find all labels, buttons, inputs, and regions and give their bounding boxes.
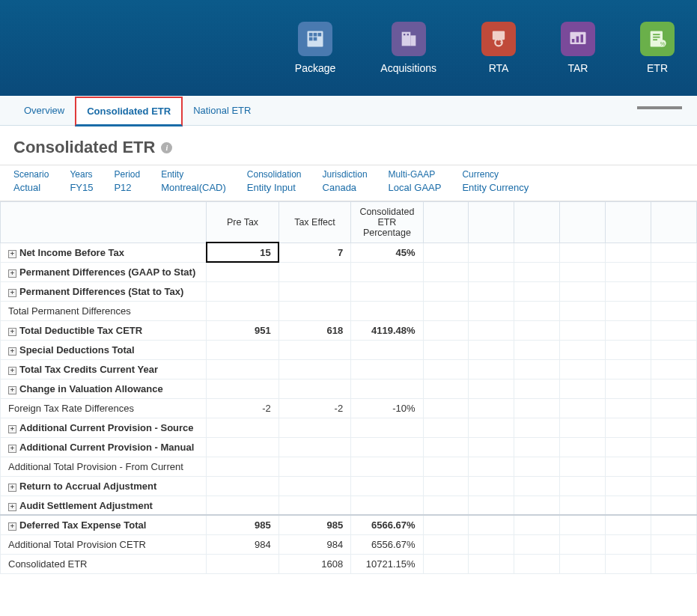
expand-icon[interactable]: +: [8, 425, 16, 433]
page-title-row: Consolidated ETR i: [0, 126, 697, 165]
dim-entity[interactable]: Entity Montreal(CAD): [161, 168, 226, 195]
nav-package-label: Package: [295, 62, 335, 74]
expand-icon[interactable]: +: [8, 445, 16, 453]
nav-etr[interactable]: % ETR: [640, 22, 675, 74]
row-special-deductions: +Special Deductions Total: [1, 340, 697, 359]
top-nav-bar: Package Acquisitions RTA TAR % ETR: [0, 0, 697, 96]
svg-rect-3: [318, 33, 322, 37]
svg-rect-2: [314, 33, 317, 37]
tab-consolidated-etr[interactable]: Consolidated ETR: [75, 97, 183, 126]
etr-data-table: Pre Tax Tax Effect Consolidated ETR Perc…: [0, 201, 697, 574]
expand-icon[interactable]: +: [8, 250, 16, 258]
nav-tar-label: TAR: [568, 62, 588, 74]
dim-currency[interactable]: Currency Entity Currency: [462, 168, 529, 195]
etr-icon: %: [640, 22, 675, 56]
row-net-income-before-tax: +Net Income Before Tax 15 7 45%: [1, 243, 697, 262]
svg-rect-1: [309, 33, 313, 37]
row-consolidated-etr: Consolidated ETR 1608 10721.15%: [1, 554, 697, 573]
expand-icon[interactable]: +: [8, 503, 16, 511]
row-total-deductible-cetr: +Total Deductible Tax CETR 951 618 4119.…: [1, 320, 697, 340]
svg-rect-13: [576, 37, 579, 43]
tabs-row: Overview Consolidated ETR National ETR: [0, 96, 697, 126]
row-audit-settlement: +Audit Settlement Adjustment: [1, 495, 697, 515]
nav-active-indicator: [637, 106, 682, 109]
svg-rect-8: [404, 34, 405, 35]
row-add-provision-manual: +Additional Current Provision - Manual: [1, 437, 697, 457]
nav-acquisitions-label: Acquisitions: [380, 62, 436, 74]
nav-acquisitions[interactable]: Acquisitions: [380, 22, 436, 74]
expand-icon[interactable]: +: [8, 269, 16, 278]
acquisitions-icon: [392, 22, 426, 56]
dim-multi-gaap[interactable]: Multi-GAAP Local GAAP: [389, 168, 442, 195]
rta-icon: [481, 22, 516, 56]
tab-overview[interactable]: Overview: [13, 96, 75, 126]
expand-icon[interactable]: +: [8, 328, 16, 336]
dim-consolidation[interactable]: Consolidation Entity Input: [247, 168, 302, 195]
expand-icon[interactable]: +: [8, 484, 16, 492]
col-rowlabel: [1, 201, 207, 243]
info-icon[interactable]: i: [161, 142, 172, 153]
expand-icon[interactable]: +: [8, 367, 16, 375]
row-add-total-provision-cetr: Additional Total Provision CETR 984 984 …: [1, 534, 697, 554]
dim-years[interactable]: Years FY15: [70, 168, 93, 195]
row-change-valuation: +Change in Valuation Allowance: [1, 379, 697, 398]
nav-tar[interactable]: TAR: [561, 22, 595, 74]
row-foreign-tax-rate: Foreign Tax Rate Differences -2 -2 -10%: [1, 398, 697, 418]
page-title: Consolidated ETR: [13, 138, 155, 157]
svg-rect-4: [309, 37, 313, 41]
dim-scenario[interactable]: Scenario Actual: [13, 168, 49, 195]
dim-jurisdiction[interactable]: Jurisdiction Canada: [323, 168, 368, 195]
svg-rect-6: [401, 32, 410, 46]
nav-rta[interactable]: RTA: [481, 22, 516, 74]
svg-rect-14: [581, 34, 584, 42]
cell-selected[interactable]: 15: [207, 243, 279, 262]
svg-rect-9: [407, 34, 408, 35]
nav-rta-label: RTA: [489, 62, 509, 74]
row-add-provision-source: +Additional Current Provision - Source: [1, 418, 697, 437]
expand-icon[interactable]: +: [8, 386, 16, 394]
dimensions-bar: Scenario Actual Years FY15 Period P12 En…: [0, 165, 697, 201]
dim-period[interactable]: Period P12: [114, 168, 140, 195]
svg-text:%: %: [660, 41, 665, 46]
expand-icon[interactable]: +: [8, 347, 16, 356]
row-total-perm-diff: Total Permanent Differences: [1, 301, 697, 320]
tar-icon: [561, 22, 595, 56]
row-total-tax-credits: +Total Tax Credits Current Year: [1, 359, 697, 379]
row-return-accrual: +Return to Accrual Adjustment: [1, 476, 697, 495]
col-cetr-pct[interactable]: Consolidated ETR Percentage: [351, 201, 423, 243]
nav-package[interactable]: Package: [295, 22, 335, 74]
table-header-row: Pre Tax Tax Effect Consolidated ETR Perc…: [1, 201, 697, 243]
col-pretax[interactable]: Pre Tax: [207, 201, 279, 243]
tab-national-etr[interactable]: National ETR: [183, 96, 261, 126]
col-taxeffect[interactable]: Tax Effect: [279, 201, 350, 243]
row-perm-diff-stat-tax: +Permanent Differences (Stat to Tax): [1, 281, 697, 301]
svg-rect-12: [572, 39, 575, 43]
svg-rect-5: [314, 37, 317, 41]
package-icon: [298, 22, 332, 56]
expand-icon[interactable]: +: [8, 289, 16, 297]
row-deferred-tax-expense: +Deferred Tax Expense Total 985 985 6566…: [1, 515, 697, 534]
svg-rect-7: [410, 35, 416, 46]
nav-etr-label: ETR: [647, 62, 668, 74]
row-add-total-prov-current: Additional Total Provision - From Curren…: [1, 457, 697, 476]
row-perm-diff-gaap-stat: +Permanent Differences (GAAP to Stat): [1, 262, 697, 281]
expand-icon[interactable]: +: [8, 522, 16, 531]
